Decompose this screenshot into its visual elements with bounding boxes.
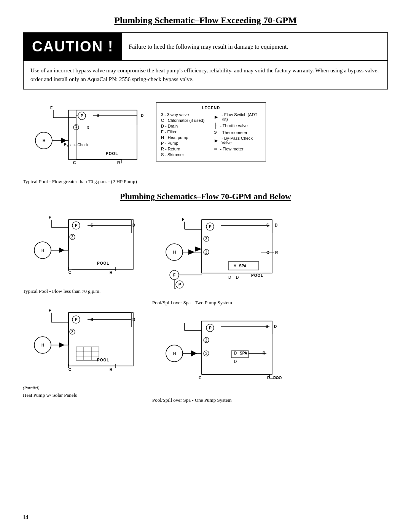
svg-text:C: C	[266, 251, 269, 255]
svg-text:D: D	[141, 113, 143, 118]
svg-text:D: D	[234, 351, 237, 355]
bottom-left-col: H F P 3 S D C R POOL	[23, 208, 141, 403]
page-title: Plumbing Schematic–Flow Exceeding 70-GPM	[23, 15, 388, 26]
svg-text:F: F	[49, 308, 51, 313]
legend-item: ▭ - Flow meter	[213, 146, 261, 151]
svg-text:D: D	[274, 324, 277, 329]
svg-marker-83	[188, 249, 195, 255]
legend-item: H - Heat pump	[161, 135, 208, 140]
legend-item: ► - By-Pass Check Valve	[213, 136, 261, 145]
legend-item: ► - Flow Switch (ADT Kit)	[213, 112, 261, 121]
svg-text:C: C	[68, 367, 71, 372]
svg-text:POOL: POOL	[106, 152, 118, 156]
legend-col-right: ► - Flow Switch (ADT Kit) ├ - Throttle v…	[213, 112, 261, 158]
pool-70-caption: Typical Pool - Flow less than 70 g.p.m.	[23, 288, 141, 294]
svg-text:P: P	[209, 225, 212, 229]
svg-text:SPA: SPA	[239, 264, 247, 268]
svg-text:D: D	[275, 223, 277, 227]
section-title-2: Plumbing Schematics–Flow 70-GPM and Belo…	[23, 192, 388, 201]
svg-text:3: 3	[87, 126, 89, 130]
legend-item: 3 - 3 way valve	[161, 112, 208, 117]
svg-text:F: F	[173, 273, 175, 277]
svg-rect-0	[68, 110, 137, 160]
svg-marker-120	[191, 350, 197, 356]
svg-text:R: R	[117, 161, 120, 165]
spa-two-pump-svg: H F P 3 3 S	[152, 208, 282, 296]
svg-text:D: D	[132, 318, 135, 322]
svg-text:3: 3	[205, 338, 207, 342]
svg-text:C: C	[73, 161, 76, 165]
svg-marker-30	[59, 248, 65, 253]
svg-text:R: R	[234, 264, 236, 268]
svg-marker-54	[59, 342, 65, 348]
pool-70-diagram: H F P 3 S D C R POOL	[23, 208, 141, 286]
svg-text:D: D	[132, 223, 135, 227]
svg-marker-84	[195, 246, 202, 252]
solar-caption: Heat Pump w/ Solar Panels	[23, 392, 141, 398]
spa-one-pump-caption: Pool/Spill over Spa - One Pump System	[152, 397, 282, 403]
svg-text:POOL: POOL	[97, 358, 109, 362]
svg-rect-63	[76, 347, 99, 360]
spa-one-pump-svg: H P 3 3 S D	[152, 310, 282, 393]
legend-col-left: 3 - 3 way valve C - Chlorinator (if used…	[161, 112, 208, 158]
svg-text:H: H	[41, 343, 44, 347]
top-pool-svg: H F P 3 S D	[23, 99, 148, 175]
legend-item: S - Skimmer	[161, 152, 208, 157]
caution-label: CAUTION !	[24, 33, 122, 60]
caution-message: Failure to heed the following may result…	[122, 38, 295, 56]
legend-item: ├ - Throttle valve	[213, 123, 261, 129]
svg-text:F: F	[50, 106, 53, 110]
svg-text:H: H	[43, 139, 45, 143]
legend-title: LEGEND	[161, 106, 261, 110]
svg-text:R: R	[110, 270, 113, 275]
svg-text:D: D	[234, 359, 237, 364]
caution-box: CAUTION ! Failure to heed the following …	[23, 32, 388, 61]
legend-item: D - Drain	[161, 124, 208, 128]
legend-item: P - Pump	[161, 141, 208, 145]
svg-text:3: 3	[71, 330, 73, 334]
svg-text:F: F	[182, 217, 184, 222]
svg-text:C: C	[68, 270, 71, 275]
spa-two-pump-diagram: H F P 3 3 S	[152, 208, 282, 297]
svg-text:H: H	[173, 351, 176, 356]
top-pool-diagram: H F P 3 S D	[23, 99, 148, 185]
svg-text:D: D	[236, 275, 239, 280]
top-pool-caption: Typical Pool - Flow greater than 70 g.p.…	[23, 179, 148, 185]
bottom-diagrams-row: H F P 3 S D C R POOL	[23, 208, 388, 403]
legend-item: C - Chlorinator (if used)	[161, 118, 208, 123]
page-number: 14	[23, 514, 28, 521]
bottom-right-col: H F P 3 3 S	[152, 208, 282, 403]
svg-text:H: H	[41, 248, 44, 252]
pool-70-svg: H F P 3 S D C R POOL	[23, 208, 141, 284]
solar-svg: H F P 3 S D	[23, 301, 141, 383]
svg-text:3: 3	[205, 237, 207, 241]
svg-text:F: F	[49, 216, 51, 220]
svg-text:3: 3	[205, 250, 207, 254]
spa-one-pump-diagram: H P 3 3 S D	[152, 310, 282, 395]
legend-item: R - Return	[161, 147, 208, 151]
svg-text:P: P	[75, 224, 78, 228]
svg-text:SPA: SPA	[240, 351, 247, 355]
legend-columns: 3 - 3 way valve C - Chlorinator (if used…	[161, 112, 261, 158]
solar-sub-caption: (Parallel)	[23, 385, 141, 390]
legend-item: F - Filter	[161, 129, 208, 134]
legend-box: LEGEND 3 - 3 way valve C - Chlorinator (…	[156, 102, 266, 161]
svg-text:P: P	[209, 326, 212, 330]
svg-text:POOL: POOL	[251, 273, 263, 278]
svg-text:H: H	[173, 250, 176, 254]
svg-text:P: P	[75, 318, 78, 322]
svg-text:R: R	[110, 367, 113, 372]
svg-text:3: 3	[71, 235, 73, 239]
svg-text:D: D	[228, 275, 231, 280]
svg-rect-116	[202, 321, 272, 374]
legend-item: ⊙ - Thermometer	[213, 130, 261, 135]
svg-text:Bypass Check: Bypass Check	[64, 143, 89, 147]
spa-two-pump-caption: Pool/Spill over Spa - Two Pump System	[152, 300, 282, 306]
svg-text:POOL: POOL	[97, 261, 109, 265]
caution-body: Use of an incorrect bypass valve may com…	[23, 61, 388, 89]
solar-diagram: H F P 3 S D	[23, 301, 141, 390]
svg-text:C: C	[199, 376, 201, 380]
svg-rect-79	[202, 220, 272, 273]
svg-text:P: P	[81, 114, 83, 118]
svg-text:3: 3	[75, 125, 77, 129]
